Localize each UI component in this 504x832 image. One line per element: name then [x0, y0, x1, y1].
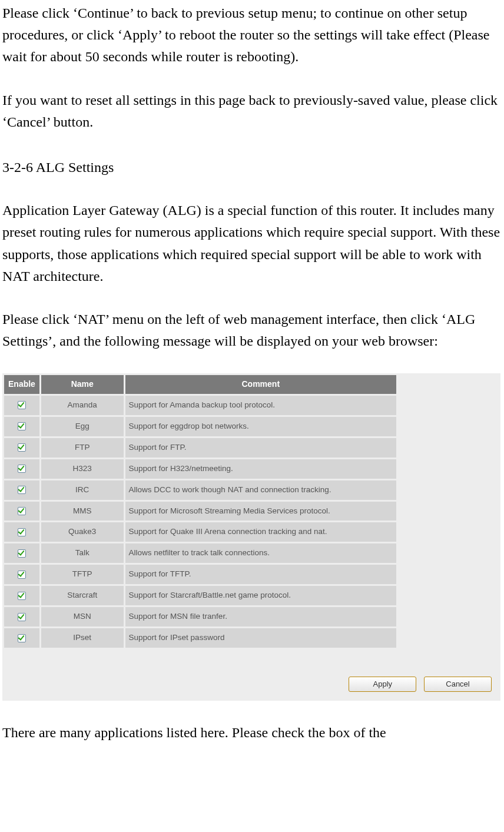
enable-checkbox[interactable] — [18, 422, 26, 430]
cell-comment: Allows netfilter to track talk connectio… — [125, 543, 396, 563]
column-header-comment: Comment — [125, 375, 396, 394]
table-row: AmandaSupport for Amanda backup tool pro… — [4, 396, 396, 415]
cell-comment: Support for Microsoft Streaming Media Se… — [125, 502, 396, 521]
enable-checkbox[interactable] — [18, 486, 26, 494]
enable-checkbox[interactable] — [18, 528, 26, 536]
cell-enable — [4, 607, 39, 627]
cell-name: MMS — [41, 502, 124, 521]
alg-table-body: AmandaSupport for Amanda backup tool pro… — [4, 396, 396, 648]
cancel-button[interactable]: Cancel — [424, 677, 492, 692]
apply-button[interactable]: Apply — [349, 677, 416, 692]
enable-checkbox[interactable] — [18, 443, 26, 452]
table-row: Quake3Support for Quake III Arena connec… — [4, 522, 396, 542]
column-header-name: Name — [41, 375, 124, 394]
cell-comment: Support for FTP. — [125, 438, 396, 458]
cell-comment: Support for Quake III Arena connection t… — [125, 522, 396, 542]
table-row: StarcraftSupport for Starcraft/Battle.ne… — [4, 586, 396, 605]
cell-name: Quake3 — [41, 522, 124, 542]
table-row: EggSupport for eggdrop bot networks. — [4, 417, 396, 436]
cell-enable — [4, 543, 39, 563]
cell-enable — [4, 459, 39, 479]
paragraph-cancel-reset: If you want to reset all settings in thi… — [2, 90, 500, 133]
cell-name: Amanda — [41, 396, 124, 415]
cell-name: TFTP — [41, 565, 124, 584]
paragraph-alg-navigation: Please click ‘NAT’ menu on the left of w… — [2, 309, 500, 352]
table-row: FTPSupport for FTP. — [4, 438, 396, 458]
cell-enable — [4, 396, 39, 415]
cell-name: IPset — [41, 628, 124, 648]
enable-checkbox[interactable] — [18, 592, 26, 600]
cell-enable — [4, 565, 39, 584]
cell-name: IRC — [41, 480, 124, 500]
table-row: IPsetSupport for IPset password — [4, 628, 396, 648]
cell-comment: Support for Amanda backup tool protocol. — [125, 396, 396, 415]
table-row: IRC Allows DCC to work though NAT and co… — [4, 480, 396, 500]
alg-table: Enable Name Comment AmandaSupport for Am… — [2, 373, 398, 649]
enable-checkbox[interactable] — [18, 507, 26, 515]
cell-comment: Allows DCC to work though NAT and connec… — [125, 480, 396, 500]
cell-name: Starcraft — [41, 586, 124, 605]
cell-comment: Support for Starcraft/Battle.net game pr… — [125, 586, 396, 605]
button-row: Apply Cancel — [2, 649, 500, 701]
cell-enable — [4, 438, 39, 458]
table-row: MMS Support for Microsoft Streaming Medi… — [4, 502, 396, 521]
cell-name: Talk — [41, 543, 124, 563]
cell-comment: Support for IPset password — [125, 628, 396, 648]
column-header-enable: Enable — [4, 375, 39, 394]
cell-name: H323 — [41, 459, 124, 479]
table-row: MSNSupport for MSN file tranfer. — [4, 607, 396, 627]
enable-checkbox[interactable] — [18, 634, 26, 642]
cell-comment: Support for H323/netmeeting. — [125, 459, 396, 479]
cell-name: Egg — [41, 417, 124, 436]
paragraph-trailing: There are many applications listed here.… — [2, 722, 500, 744]
table-row: H323Support for H323/netmeeting. — [4, 459, 396, 479]
cell-enable — [4, 480, 39, 500]
table-row: TalkAllows netfilter to track talk conne… — [4, 543, 396, 563]
section-heading-alg-settings: 3-2-6 ALG Settings — [2, 157, 500, 178]
table-row: TFTPSupport for TFTP. — [4, 565, 396, 584]
paragraph-continue-apply: Please click ‘Continue’ to back to previ… — [2, 2, 500, 68]
alg-settings-screenshot: Enable Name Comment AmandaSupport for Am… — [2, 373, 500, 701]
enable-checkbox[interactable] — [18, 465, 26, 473]
cell-name: MSN — [41, 607, 124, 627]
enable-checkbox[interactable] — [18, 571, 26, 579]
cell-enable — [4, 417, 39, 436]
cell-name: FTP — [41, 438, 124, 458]
cell-enable — [4, 586, 39, 605]
enable-checkbox[interactable] — [18, 401, 26, 409]
enable-checkbox[interactable] — [18, 549, 26, 558]
cell-enable — [4, 502, 39, 521]
cell-comment: Support for MSN file tranfer. — [125, 607, 396, 627]
paragraph-alg-description: Application Layer Gateway (ALG) is a spe… — [2, 200, 500, 287]
cell-enable — [4, 628, 39, 648]
enable-checkbox[interactable] — [18, 613, 26, 621]
cell-comment: Support for TFTP. — [125, 565, 396, 584]
cell-enable — [4, 522, 39, 542]
cell-comment: Support for eggdrop bot networks. — [125, 417, 396, 436]
